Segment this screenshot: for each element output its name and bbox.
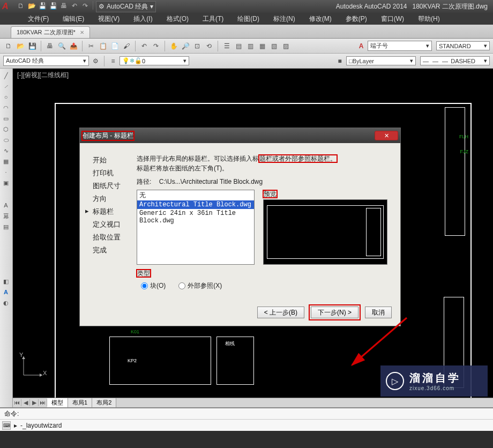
zoom-win-icon[interactable]: ⊡ bbox=[192, 41, 203, 51]
spline-icon[interactable]: ∿ bbox=[1, 146, 11, 155]
layer-combo[interactable]: 💡❄🔓0▾ bbox=[119, 56, 189, 65]
watermark: ▷ 溜溜自学 zixue.3d66.com bbox=[380, 365, 488, 397]
layout-tab-1[interactable]: 布局1 bbox=[68, 398, 92, 407]
save-icon[interactable]: 💾 bbox=[38, 1, 47, 11]
save-icon[interactable]: 💾 bbox=[27, 41, 38, 51]
tool-a-icon[interactable]: A bbox=[1, 287, 11, 297]
menu-format[interactable]: 格式(O) bbox=[160, 13, 195, 25]
mtext-icon[interactable]: 羃 bbox=[1, 211, 11, 221]
nav-pick[interactable]: 拾取位置 bbox=[93, 231, 130, 244]
arc-icon[interactable]: ◠ bbox=[1, 103, 11, 113]
list-item[interactable]: Generic 24in x 36in Title Block.dwg bbox=[137, 209, 254, 225]
nav-viewport[interactable]: 定义视口 bbox=[93, 218, 130, 231]
list-item[interactable]: 无 bbox=[137, 190, 254, 200]
layout-tab-2[interactable]: 布局2 bbox=[92, 398, 116, 407]
command-line[interactable]: ⌨ ▸ -_layoutwizard bbox=[0, 419, 493, 431]
titleblock-list[interactable]: 无 Architectural Title Block.dwg Generic … bbox=[137, 190, 255, 265]
redo-icon[interactable]: ↷ bbox=[151, 41, 161, 51]
print-icon[interactable]: 🖶 bbox=[44, 41, 55, 51]
polygon-icon[interactable]: ⬡ bbox=[1, 124, 11, 134]
color-swatch[interactable]: ■ bbox=[334, 56, 345, 66]
dcenter-icon[interactable]: ▤ bbox=[233, 41, 244, 51]
block-icon[interactable]: ▣ bbox=[1, 178, 11, 188]
menu-insert[interactable]: 插入(I) bbox=[127, 13, 159, 25]
menu-window[interactable]: 窗口(W) bbox=[375, 13, 410, 25]
menu-draw[interactable]: 绘图(D) bbox=[231, 13, 266, 25]
menu-file[interactable]: 文件(F) bbox=[21, 13, 55, 25]
text-a-icon[interactable]: A bbox=[356, 41, 367, 51]
undo-icon[interactable]: ↶ bbox=[139, 41, 150, 51]
dim-style-combo[interactable]: STANDARD▾ bbox=[436, 41, 490, 50]
next-button[interactable]: 下一步(N) > bbox=[311, 307, 358, 318]
layout-nav[interactable]: ⏮◀▶⏭ bbox=[13, 399, 47, 406]
tpalette-icon[interactable]: ▥ bbox=[245, 41, 256, 51]
gear-icon[interactable]: ⚙ bbox=[90, 56, 101, 66]
model-viewport[interactable]: [-][俯视][二维线框] FLH FJZ K01 KP2 相线 X Y bbox=[13, 69, 493, 407]
dialog-title: 创建布局 - 标题栏 bbox=[82, 131, 134, 140]
calc-icon[interactable]: ▨ bbox=[280, 41, 291, 51]
nav-start[interactable]: 开始 bbox=[93, 154, 130, 167]
menu-help[interactable]: 帮助(H) bbox=[412, 13, 446, 25]
saveas-icon[interactable]: 💾 bbox=[48, 1, 58, 11]
pan-icon[interactable]: ✋ bbox=[168, 41, 179, 51]
ssm-icon[interactable]: ▦ bbox=[257, 41, 267, 51]
pline-icon[interactable]: ⟋ bbox=[1, 81, 11, 91]
menu-view[interactable]: 视图(V) bbox=[92, 13, 126, 25]
workspace-combo[interactable]: ⚙ AutoCAD 经典 ▾ bbox=[96, 1, 156, 12]
nav-titleblock[interactable]: 标题栏 bbox=[93, 205, 130, 218]
color-combo[interactable]: □ ByLayer▾ bbox=[346, 56, 416, 65]
new-icon[interactable]: 🗋 bbox=[3, 41, 14, 51]
copy-icon[interactable]: 📋 bbox=[98, 41, 108, 51]
tool-1-icon[interactable]: ◧ bbox=[1, 277, 11, 286]
menu-dimension[interactable]: 标注(N) bbox=[267, 13, 302, 25]
circle-icon[interactable]: ○ bbox=[1, 92, 11, 102]
nav-printer[interactable]: 打印机 bbox=[93, 167, 130, 180]
zoom-prev-icon[interactable]: ⟲ bbox=[204, 41, 214, 51]
layout-tab-model[interactable]: 模型 bbox=[47, 398, 68, 407]
document-tab[interactable]: 180KVAR 二次原理图* ✕ bbox=[11, 26, 90, 38]
redo-icon[interactable]: ↷ bbox=[80, 1, 90, 11]
list-item[interactable]: Architectural Title Block.dwg bbox=[137, 200, 254, 209]
menu-tools[interactable]: 工具(T) bbox=[196, 13, 230, 25]
new-icon[interactable]: 🗋 bbox=[16, 1, 26, 11]
radio-block[interactable]: 块(O) bbox=[141, 281, 166, 290]
text-style-combo[interactable]: 端子号▾ bbox=[368, 41, 432, 51]
table-icon[interactable]: ▤ bbox=[1, 222, 11, 232]
nav-finish[interactable]: 完成 bbox=[93, 244, 130, 257]
layer-prop-icon[interactable]: ≡ bbox=[108, 56, 118, 66]
hatch-icon[interactable]: ▦ bbox=[1, 156, 11, 166]
ellipse-icon[interactable]: ⬭ bbox=[1, 135, 11, 145]
paste-icon[interactable]: 📄 bbox=[109, 41, 120, 51]
match-icon[interactable]: 🖌 bbox=[121, 41, 132, 51]
dialog-titlebar[interactable]: 创建布局 - 标题栏 ✕ bbox=[80, 128, 400, 143]
back-button[interactable]: < 上一步(B) bbox=[257, 307, 304, 318]
publish-icon[interactable]: 📤 bbox=[68, 41, 79, 51]
menu-edit[interactable]: 编辑(E) bbox=[56, 13, 91, 25]
nav-orient[interactable]: 方向 bbox=[93, 192, 130, 205]
cancel-button[interactable]: 取消 bbox=[365, 307, 392, 318]
viewport-label: [-][俯视][二维线框] bbox=[17, 71, 69, 80]
menu-modify[interactable]: 修改(M) bbox=[303, 13, 338, 25]
rect-icon[interactable]: ▭ bbox=[1, 114, 11, 123]
linetype-combo[interactable]: — — — DASHED▾ bbox=[420, 56, 490, 65]
markup-icon[interactable]: ▧ bbox=[268, 41, 279, 51]
command-input[interactable]: -_layoutwizard bbox=[20, 422, 62, 429]
workspace-combo-2[interactable]: AutoCAD 经典▾ bbox=[3, 56, 89, 66]
dialog-close-button[interactable]: ✕ bbox=[375, 131, 398, 140]
open-icon[interactable]: 📂 bbox=[27, 1, 36, 11]
open-icon[interactable]: 📂 bbox=[15, 41, 26, 51]
undo-icon[interactable]: ↶ bbox=[70, 1, 79, 11]
print-icon[interactable]: 🖶 bbox=[59, 1, 69, 11]
line-icon[interactable]: ╱ bbox=[1, 71, 11, 80]
properties-icon[interactable]: ☰ bbox=[221, 41, 232, 51]
cut-icon[interactable]: ✂ bbox=[86, 41, 96, 51]
tool-3-icon[interactable]: ◐ bbox=[1, 298, 11, 308]
menu-param[interactable]: 参数(P) bbox=[339, 13, 374, 25]
text-icon[interactable]: A bbox=[1, 200, 11, 210]
close-tab-icon[interactable]: ✕ bbox=[80, 29, 84, 35]
nav-papersize[interactable]: 图纸尺寸 bbox=[93, 180, 130, 192]
point-icon[interactable]: · bbox=[1, 167, 11, 177]
zoom-rt-icon[interactable]: 🔎 bbox=[180, 41, 191, 51]
preview-icon[interactable]: 🔍 bbox=[56, 41, 67, 51]
radio-xref[interactable]: 外部参照(X) bbox=[178, 281, 222, 290]
